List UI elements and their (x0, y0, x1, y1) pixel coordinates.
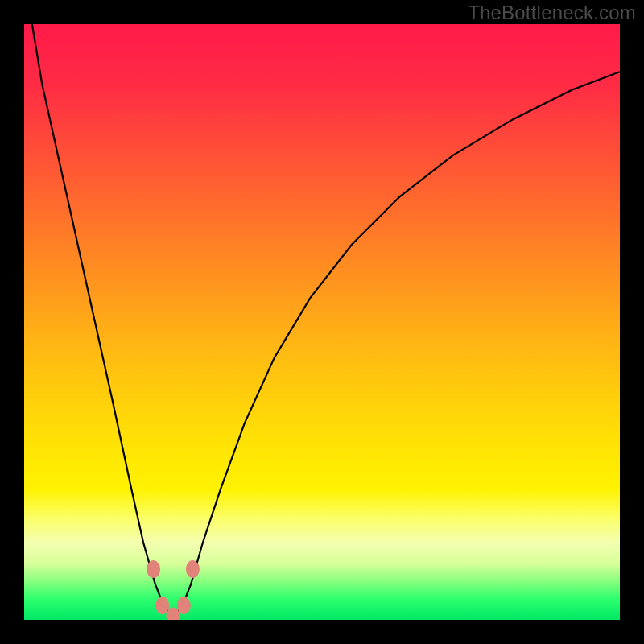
marker-dot (155, 597, 169, 614)
plot-area (24, 24, 620, 620)
marker-dot (177, 597, 191, 614)
marker-dot (147, 560, 160, 578)
marker-dot (186, 560, 200, 578)
chart-svg (24, 24, 620, 620)
chart-frame: TheBottleneck.com (0, 0, 644, 644)
gradient-background (24, 24, 620, 620)
watermark-text: TheBottleneck.com (468, 2, 636, 24)
